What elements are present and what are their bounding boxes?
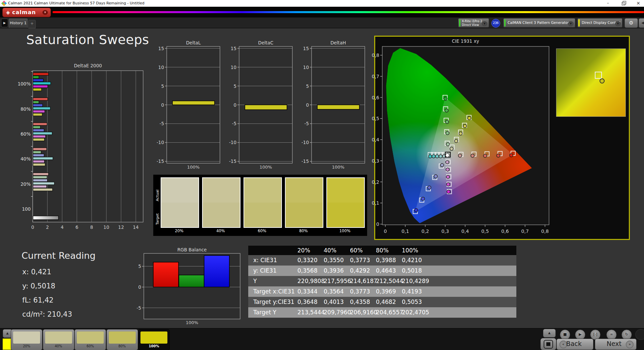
svg-text:-5: -5 xyxy=(232,121,236,126)
gear-icon[interactable]: ⚙ xyxy=(624,18,638,28)
window-title: Calman 2021 Calman Ultimate for Business… xyxy=(8,1,144,5)
svg-text:80%: 80% xyxy=(21,106,31,112)
pattern-button-80%[interactable]: 80% xyxy=(106,329,138,350)
rgb-balance-x-label: 100% xyxy=(167,320,217,325)
measurement-table: 20%40%60%80%100%x: CIE310,33200,35500,37… xyxy=(248,246,516,318)
table-row: x: CIE310,33200,35500,37730,39880,4210 xyxy=(248,255,516,266)
meter-dropdown[interactable]: X-Rite i1Pro 2 Direct View ▼ xyxy=(458,18,489,28)
pattern-generator-status-bar xyxy=(504,19,506,27)
page-title: Saturation Sweeps xyxy=(26,32,149,47)
svg-text:6: 6 xyxy=(75,224,78,230)
svg-text:-10: -10 xyxy=(157,140,164,145)
next-button[interactable]: »Next xyxy=(595,339,637,350)
deltae-chart: 02468101214100%80%60%40%20%100 xyxy=(18,71,143,230)
add-tab-button[interactable]: + xyxy=(28,20,36,28)
svg-text:5: 5 xyxy=(306,83,309,89)
svg-text:15: 15 xyxy=(231,46,236,51)
calman-menu-button[interactable]: ◈ calman ▼ xyxy=(2,8,51,17)
display-control-name: Direct Display Control xyxy=(582,21,620,25)
rgb-bar-blue xyxy=(204,255,229,287)
pattern-generator-name: CalMAN Client 3 Pattern Generator xyxy=(508,21,569,25)
svg-text:14: 14 xyxy=(133,224,139,230)
current-reading-heading: Current Reading xyxy=(22,250,96,261)
tab-history-1[interactable]: History 1 xyxy=(9,19,28,28)
deltaC-chart: 151050-5-10-15 xyxy=(229,46,292,164)
inset-target-square xyxy=(595,72,602,79)
inset-measured-point xyxy=(600,78,605,83)
svg-text:12: 12 xyxy=(118,224,124,230)
table-header-row: 20%40%60%80%100% xyxy=(248,246,516,255)
deltal-chart-title: DeltaL xyxy=(176,40,210,45)
svg-text:-10: -10 xyxy=(229,140,236,145)
rgb-balance-chart: 50-5 xyxy=(137,253,240,319)
svg-text:0: 0 xyxy=(233,102,236,108)
pattern-button-40%[interactable]: 40% xyxy=(43,329,74,350)
display-control-status-bar xyxy=(578,19,580,27)
svg-text:-10: -10 xyxy=(301,140,309,145)
expand-transport-panel-button[interactable]: ▲ xyxy=(543,329,556,338)
deltac-chart-title: DeltaC xyxy=(249,40,283,45)
svg-text:0: 0 xyxy=(306,102,309,108)
strip-swatch-20% xyxy=(161,177,199,228)
cie-zoom-inset xyxy=(556,48,626,117)
svg-text:10: 10 xyxy=(231,65,236,70)
close-button[interactable]: × xyxy=(633,0,644,7)
pattern-button-100%[interactable]: 100% xyxy=(138,329,170,350)
rgb-bar-red xyxy=(153,262,179,287)
restore-button[interactable] xyxy=(617,0,629,7)
meter-name: X-Rite i1Pro 2 xyxy=(462,20,482,23)
current-reading-fl: fL: 61,42 xyxy=(22,296,54,304)
chevron-down-icon: ▼ xyxy=(482,21,487,26)
svg-text:4: 4 xyxy=(61,224,64,230)
pattern-button-20%[interactable]: 20% xyxy=(11,329,42,350)
svg-text:10: 10 xyxy=(158,65,164,70)
table-row: Target Y213,5444209,7960206,9160204,6557… xyxy=(248,307,516,318)
pattern-generator-dropdown[interactable]: CalMAN Client 3 Pattern Generator ▼ xyxy=(503,18,575,28)
back-button[interactable]: «Back xyxy=(556,339,593,350)
table-row: Target y:CIE310,36480,40130,43580,46820,… xyxy=(248,297,516,307)
chevron-down-icon: ▼ xyxy=(42,10,48,15)
pattern-button-60%[interactable]: 60% xyxy=(74,329,106,350)
stop-measurement-button[interactable] xyxy=(540,338,556,350)
meter-mode: Direct View xyxy=(462,23,479,27)
svg-text:100%: 100% xyxy=(18,81,31,86)
svg-text:20%: 20% xyxy=(21,181,31,187)
deltae-chart-title: DeltaE 2000 xyxy=(54,63,122,68)
tab-toolbar-row: ▶ History 1 + X-Rite i1Pro 2 Direct View… xyxy=(0,18,644,28)
deltaL-chart: 151050-5-10-15 xyxy=(157,46,220,164)
minimize-button[interactable]: – xyxy=(602,0,614,7)
cie-chart-title: CIE 1931 xy xyxy=(432,38,499,44)
rainbow-accent-bar xyxy=(53,11,644,13)
svg-text:15: 15 xyxy=(158,46,164,51)
svg-text:-15: -15 xyxy=(229,159,236,164)
current-reading-x: x: 0,421 xyxy=(22,268,51,276)
collapse-panel-icon[interactable]: ◀ xyxy=(639,18,644,28)
deltaH-chart: 151050-5-10-15 xyxy=(301,46,365,164)
strip-swatch-80% xyxy=(285,177,323,228)
svg-text:60%: 60% xyxy=(21,131,31,137)
meter-status-bar xyxy=(459,19,460,27)
svg-text:-5: -5 xyxy=(137,305,141,311)
strip-actual-label: Actual xyxy=(155,190,160,201)
tab-scroll-button[interactable]: ▶ xyxy=(1,19,8,27)
window-titlebar: Calman 2021 Calman Ultimate for Business… xyxy=(0,0,644,7)
meter-position-indicator xyxy=(635,329,644,340)
svg-text:5: 5 xyxy=(161,83,164,89)
table-row: y: CIE310,35680,39360,42920,46430,5018 xyxy=(248,266,516,276)
calman-diamond-icon: ◈ xyxy=(6,9,10,15)
strip-swatch-40% xyxy=(202,177,240,228)
strip-label: 80% xyxy=(285,229,322,233)
table-row: Y220,9808217,5956214,6187212,5044210,428… xyxy=(248,276,516,286)
display-control-dropdown[interactable]: Direct Display Control ▼ xyxy=(577,18,622,28)
svg-text:-15: -15 xyxy=(301,159,309,164)
svg-text:0: 0 xyxy=(161,102,164,108)
meter-count-badge[interactable]: 236 xyxy=(491,19,500,28)
deltac-x-label: 100% xyxy=(249,165,283,170)
svg-text:10: 10 xyxy=(103,224,109,230)
svg-text:0: 0 xyxy=(31,224,34,230)
strip-target-label: Target xyxy=(155,213,160,225)
strip-label: 40% xyxy=(202,229,239,233)
current-reading-cdm2: cd/m²: 210,43 xyxy=(22,310,72,318)
app-header: ◈ calman ▼ xyxy=(0,7,644,18)
deltah-chart-title: DeltaH xyxy=(321,40,355,45)
